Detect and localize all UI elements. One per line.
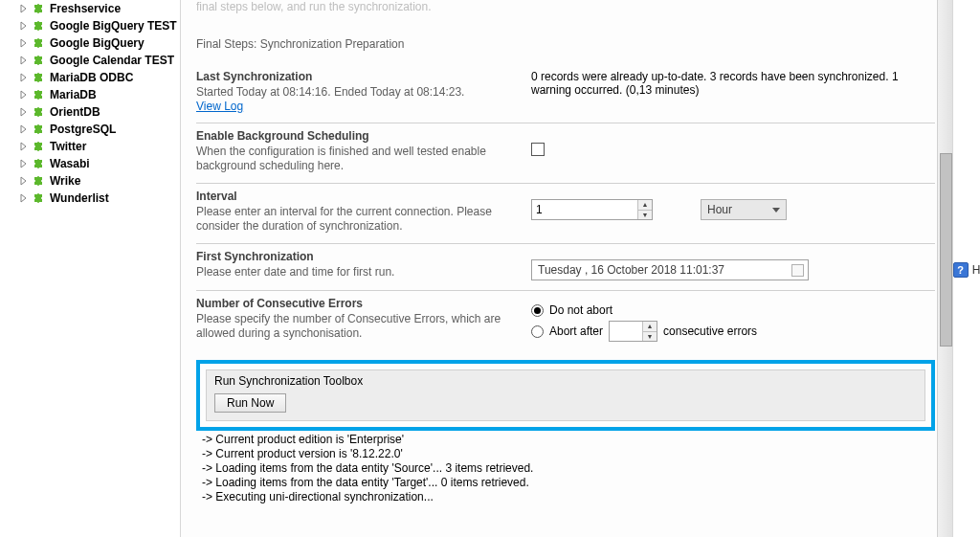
main-panel: final steps below, and run the synchroni… [180,0,952,537]
expand-icon[interactable] [19,90,29,100]
expand-icon[interactable] [19,38,29,48]
radio-abort-post: consecutive errors [663,324,757,338]
sidebar-item[interactable]: Wrike [0,172,180,190]
sidebar-item[interactable]: Google Calendar TEST [0,52,180,69]
final-steps-heading: Final Steps: Synchronization Preparation [196,37,935,51]
run-now-button[interactable]: Run Now [214,393,286,413]
connector-icon [33,140,46,153]
sidebar-item-label: PostgreSQL [50,123,116,136]
bg-sched-desc: When the configuration is finished and w… [196,145,531,173]
sidebar-item[interactable]: OrientDB [0,103,180,121]
expand-icon[interactable] [19,21,29,31]
connector-icon [33,123,46,136]
sidebar-item[interactable]: Wasabi [0,155,180,172]
sidebar-item-label: OrientDB [50,105,100,119]
expand-icon[interactable] [19,124,29,134]
calendar-dropdown-icon[interactable] [791,264,804,277]
sidebar-item-label: Google BigQuery [50,36,145,50]
abort-down[interactable]: ▼ [643,332,657,342]
sidebar-item-label: MariaDB [50,88,97,101]
sidebar-item-label: Wrike [50,174,80,188]
abort-count-input[interactable] [610,322,642,341]
sidebar-item-label: Google Calendar TEST [50,54,174,67]
bg-sched-title: Enable Background Scheduling [196,129,531,143]
abort-count-spinner[interactable]: ▲ ▼ [609,321,657,342]
first-sync-row: First Synchronization Please enter date … [196,250,935,280]
radio-do-not-abort[interactable] [531,304,544,317]
interval-desc: Please enter an interval for the current… [196,205,531,234]
interval-spinner[interactable]: ▲ ▼ [531,199,653,220]
expand-icon[interactable] [19,73,29,82]
view-log-link[interactable]: View Log [196,100,243,113]
sidebar-item[interactable]: PostgreSQL [0,121,180,138]
connector-icon [33,174,46,188]
first-sync-datetime[interactable]: Tuesday , 16 October 2018 11:01:37 [531,259,809,280]
interval-input[interactable] [532,200,637,219]
sidebar-item-label: Wasabi [50,157,90,170]
bg-sched-checkbox[interactable] [531,143,545,156]
connector-icon [33,54,46,67]
toolbox-title: Run Synchronization Toolbox [207,370,924,390]
first-sync-desc: Please enter date and time for first run… [196,265,531,280]
interval-down[interactable]: ▼ [638,211,652,220]
sidebar-item[interactable]: Google BigQuery TEST [0,17,180,34]
sidebar-item[interactable]: MariaDB [0,86,180,103]
log-line: -> Current product version is '8.12.22.0… [196,447,935,461]
sidebar-item-label: MariaDB ODBC [50,71,133,84]
last-sync-title: Last Synchronization [196,70,531,83]
sidebar-item-label: Wunderlist [50,191,109,205]
sidebar-item[interactable]: Twitter [0,138,180,155]
sidebar-item[interactable]: Freshservice [0,0,180,17]
expand-icon[interactable] [19,176,29,186]
radio-abort-after[interactable] [531,325,544,338]
sidebar-item[interactable]: Wunderlist [0,190,180,207]
sync-toolbox-highlight: Run Synchronization Toolbox Run Now [196,360,935,431]
sidebar-item-label: Google BigQuery TEST [50,19,177,33]
sidebar-item[interactable]: Google BigQuery [0,34,180,52]
connector-icon [33,71,46,84]
log-line: -> Loading items from the data entity 'T… [196,476,935,490]
last-sync-summary: 0 records were already up-to-date. 3 rec… [531,70,935,97]
expand-icon[interactable] [19,4,29,13]
interval-row: Interval Please enter an interval for th… [196,190,935,234]
cons-err-desc: Please specify the number of Consecutive… [196,312,531,341]
interval-unit-dropdown[interactable]: Hour [701,199,787,220]
sidebar-item-label: Twitter [50,140,86,153]
interval-unit-label: Hour [707,203,732,216]
radio-abort-pre: Abort after [549,324,603,338]
first-sync-value: Tuesday , 16 October 2018 11:01:37 [538,263,724,277]
bg-sched-row: Enable Background Scheduling When the co… [196,129,935,173]
expand-icon[interactable] [19,193,29,203]
connector-icon [33,191,46,205]
expand-icon[interactable] [19,107,29,117]
expand-icon[interactable] [19,56,29,65]
sidebar-item[interactable]: MariaDB ODBC [0,69,180,86]
cons-err-title: Number of Consecutive Errors [196,297,531,310]
expand-icon[interactable] [19,142,29,151]
last-sync-row: Last Synchronization Started Today at 08… [196,70,935,113]
log-line: -> Current product edition is 'Enterpris… [196,433,935,447]
truncated-text: final steps below, and run the synchroni… [196,0,935,14]
connector-icon [33,105,46,119]
interval-up[interactable]: ▲ [638,200,652,211]
connector-icon [33,157,46,170]
log-line: -> Loading items from the data entity 'S… [196,461,935,476]
help-panel: ? H [952,0,980,537]
log-output: -> Current product edition is 'Enterpris… [196,433,935,504]
connector-icon [33,36,46,50]
connector-icon [33,19,46,33]
last-sync-desc: Started Today at 08:14:16. Ended Today a… [196,85,531,100]
help-label: H [972,263,980,277]
sidebar: FreshserviceGoogle BigQuery TESTGoogle B… [0,0,180,537]
sidebar-item-label: Freshservice [50,2,121,15]
connector-icon [33,88,46,101]
expand-icon[interactable] [19,159,29,168]
log-line: -> Executing uni-directional synchroniza… [196,490,935,504]
help-icon[interactable]: ? [953,262,969,278]
radio-do-not-abort-label: Do not abort [549,303,612,317]
first-sync-title: First Synchronization [196,250,531,263]
interval-title: Interval [196,190,531,203]
abort-up[interactable]: ▲ [643,322,657,332]
connector-icon [33,2,46,15]
consecutive-errors-row: Number of Consecutive Errors Please spec… [196,297,935,343]
